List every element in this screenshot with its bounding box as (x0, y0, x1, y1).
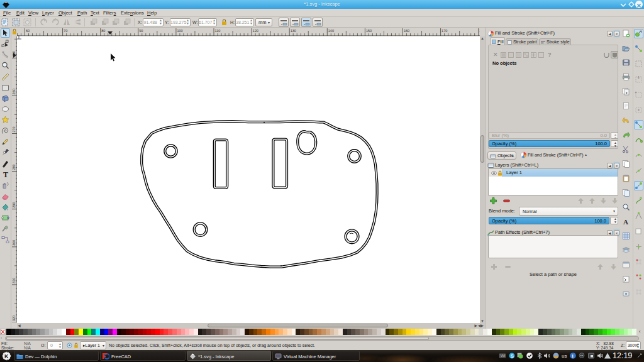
svg-text:i: i (572, 353, 574, 359)
svg-text:130: 130 (291, 29, 296, 33)
svg-text:300: 300 (12, 240, 16, 246)
svg-text:120: 120 (253, 29, 258, 33)
svg-text:T: T (3, 170, 8, 178)
svg-text:80: 80 (101, 29, 105, 33)
svg-text:VM: VM (501, 354, 506, 358)
svg-text:110: 110 (215, 29, 221, 33)
svg-text:310: 310 (12, 278, 16, 283)
svg-text:us: us (562, 353, 567, 359)
svg-text:150: 150 (366, 29, 372, 33)
svg-text:K: K (4, 353, 9, 359)
svg-text:70: 70 (64, 29, 67, 33)
svg-text:160: 160 (404, 29, 409, 33)
svg-text:S: S (511, 354, 514, 358)
svg-text:90: 90 (139, 29, 143, 33)
svg-text:280: 280 (12, 164, 16, 170)
svg-text:180: 180 (479, 29, 480, 33)
svg-text:320: 320 (12, 315, 16, 321)
svg-text:290: 290 (12, 202, 16, 208)
svg-text:100: 100 (177, 29, 182, 33)
svg-text:270: 270 (12, 126, 16, 132)
svg-text:170: 170 (441, 29, 447, 33)
svg-text:A: A (623, 218, 628, 226)
svg-text:260: 260 (12, 89, 16, 94)
svg-text:60: 60 (26, 29, 30, 33)
svg-text:140: 140 (328, 29, 334, 33)
